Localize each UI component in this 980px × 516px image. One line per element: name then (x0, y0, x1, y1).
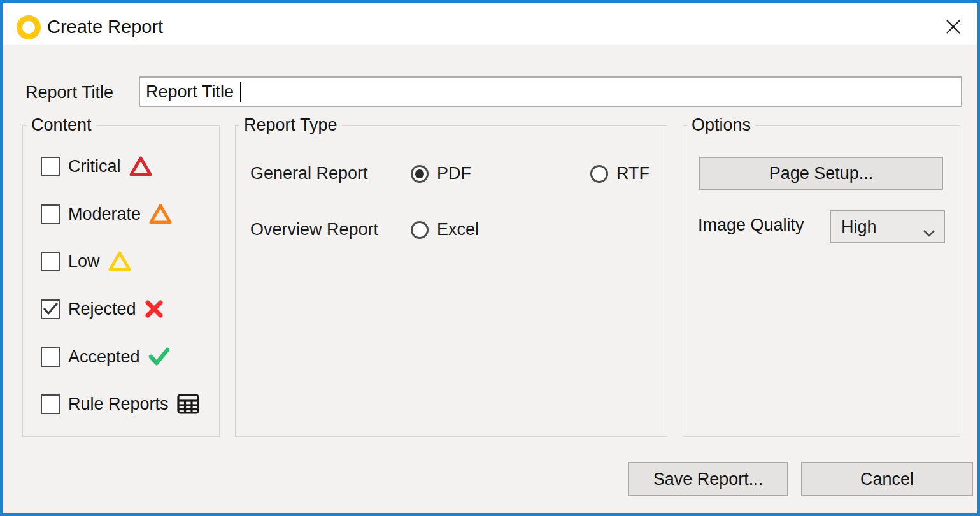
rule-reports-label: Rule Reports (68, 394, 169, 414)
low-label: Low (68, 252, 100, 271)
checkbox-row-moderate[interactable]: Moderate (41, 200, 173, 228)
content-group-title: Content (27, 115, 96, 135)
moderate-label: Moderate (68, 204, 141, 224)
save-report-button[interactable]: Save Report... (628, 462, 788, 496)
page-setup-button[interactable]: Page Setup... (699, 157, 943, 190)
overview-report-label: Overview Report (250, 220, 378, 240)
rtf-radio[interactable] (590, 165, 608, 183)
rule-reports-table-icon (176, 393, 200, 415)
excel-radio[interactable] (411, 221, 429, 239)
critical-triangle-icon (129, 155, 153, 178)
options-group-title: Options (687, 115, 755, 135)
pdf-radio-label[interactable]: PDF (437, 164, 471, 183)
image-quality-value: High (841, 217, 877, 237)
low-triangle-icon (108, 250, 132, 273)
close-button[interactable] (937, 11, 969, 42)
critical-checkbox[interactable] (41, 157, 60, 176)
low-checkbox[interactable] (41, 252, 60, 271)
rejected-label: Rejected (68, 299, 136, 319)
report-type-group: Report Type General Report PDF RTF Overv… (235, 125, 667, 437)
radio-selected-dot (415, 169, 424, 178)
window-title: Create Report (47, 17, 163, 38)
rule-reports-checkbox[interactable] (41, 394, 60, 414)
moderate-checkbox[interactable] (41, 204, 60, 224)
checkbox-row-low[interactable]: Low (41, 247, 132, 275)
rejected-checkbox[interactable] (41, 299, 60, 319)
pdf-radio[interactable] (411, 165, 429, 183)
image-quality-dropdown[interactable]: High (830, 210, 945, 243)
titlebar: Create Report (3, 3, 977, 45)
rejected-x-icon (144, 299, 164, 319)
cancel-button[interactable]: Cancel (801, 462, 973, 496)
rtf-radio-label[interactable]: RTF (616, 164, 650, 183)
app-ring-icon (17, 15, 41, 39)
chevron-down-icon (922, 222, 936, 242)
accepted-checkbox[interactable] (41, 347, 60, 367)
accepted-check-icon (148, 347, 171, 366)
checkbox-row-rule-reports[interactable]: Rule Reports (41, 390, 200, 418)
checkbox-row-critical[interactable]: Critical (41, 152, 153, 180)
report-title-input[interactable] (139, 76, 962, 107)
checkbox-row-rejected[interactable]: Rejected (41, 295, 164, 323)
checkbox-row-accepted[interactable]: Accepted (41, 343, 171, 371)
critical-label: Critical (68, 157, 121, 176)
report-title-label: Report Title (25, 83, 113, 103)
close-icon (944, 18, 962, 36)
general-report-label: General Report (250, 164, 368, 183)
text-caret (240, 82, 241, 102)
moderate-triangle-icon (148, 203, 173, 226)
report-type-group-title: Report Type (239, 115, 342, 135)
image-quality-label: Image Quality (698, 215, 804, 235)
content-group: Content Critical Moderate Low Rejected A… (22, 125, 220, 437)
checkmark-icon (43, 302, 59, 316)
excel-radio-label[interactable]: Excel (437, 220, 479, 240)
accepted-label: Accepted (68, 347, 140, 367)
